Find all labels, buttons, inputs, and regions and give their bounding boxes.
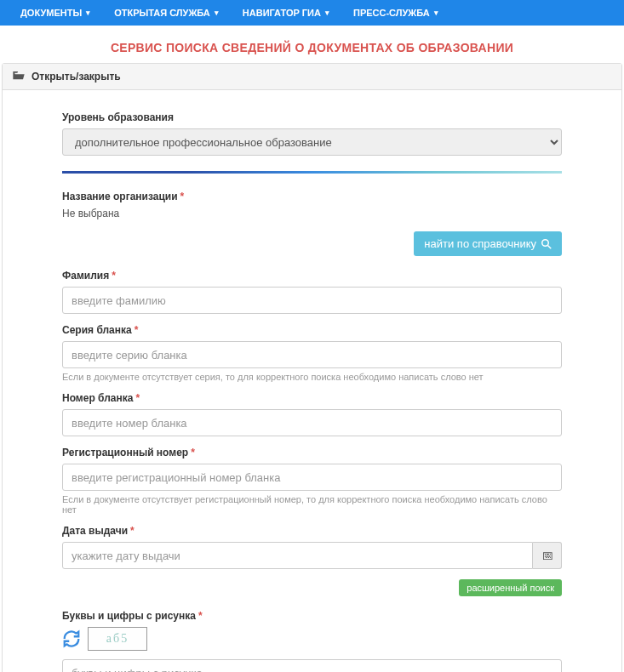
nav-label: НАВИГАТОР ГИА [243, 8, 321, 18]
organization-group: Название организации* Не выбрана найти п… [62, 191, 562, 256]
required-mark: * [191, 447, 195, 458]
reg-number-input[interactable] [62, 464, 562, 491]
organization-label: Название организации* [62, 191, 562, 202]
nav-label: ОТКРЫТАЯ СЛУЖБА [114, 8, 210, 18]
nav-label: ПРЕСС-СЛУЖБА [353, 8, 430, 18]
reg-number-label: Регистрационный номер* [62, 447, 562, 458]
blank-number-group: Номер бланка* [62, 392, 562, 436]
search-icon [541, 239, 552, 249]
folder-open-icon [13, 71, 25, 83]
chevron-down-icon: ▾ [434, 9, 438, 17]
advanced-search-button[interactable]: расширенный поиск [459, 579, 562, 596]
surname-input[interactable] [62, 287, 562, 314]
main-panel: Открыть/закрыть Уровень образования допо… [2, 63, 622, 672]
nav-item-documents[interactable]: ДОКУМЕНТЫ ▾ [9, 0, 102, 26]
required-mark: * [135, 324, 139, 336]
issue-date-input[interactable] [62, 542, 533, 569]
nav-item-navigator-gia[interactable]: НАВИГАТОР ГИА ▾ [231, 0, 341, 26]
panel-heading-text: Открыть/закрыть [31, 71, 121, 83]
captcha-input[interactable] [62, 659, 562, 672]
required-mark: * [112, 270, 116, 282]
svg-line-1 [548, 245, 552, 248]
chevron-down-icon: ▾ [215, 9, 219, 17]
svg-point-0 [542, 239, 549, 246]
nav-item-press-service[interactable]: ПРЕСС-СЛУЖБА ▾ [341, 0, 450, 26]
lookup-button[interactable]: найти по справочнику [414, 231, 562, 256]
calendar-icon: 📅︎ [541, 549, 553, 562]
lookup-button-label: найти по справочнику [424, 237, 536, 250]
captcha-group: Буквы и цифры с рисунка* аб5 [62, 610, 562, 672]
organization-not-selected: Не выбрана [62, 208, 562, 219]
issue-date-group: Дата выдачи* 📅︎ [62, 525, 562, 569]
reg-number-help: Если в документе отсутствует регистрацио… [62, 494, 562, 515]
blank-number-input[interactable] [62, 409, 562, 436]
required-mark: * [180, 191, 185, 202]
calendar-button[interactable]: 📅︎ [533, 542, 562, 569]
required-mark: * [135, 392, 140, 404]
blank-series-help: Если в документе отсутствует серия, то д… [62, 372, 562, 382]
nav-item-open-service[interactable]: ОТКРЫТАЯ СЛУЖБА ▾ [102, 0, 231, 26]
captcha-label: Буквы и цифры с рисунка* [62, 610, 562, 622]
panel-toggle[interactable]: Открыть/закрыть [3, 64, 621, 90]
education-level-select[interactable]: дополнительное профессиональное образова… [62, 128, 562, 156]
chevron-down-icon: ▾ [325, 9, 329, 17]
surname-label: Фамилия* [62, 270, 562, 282]
nav-label: ДОКУМЕНТЫ [20, 8, 82, 18]
required-mark: * [198, 610, 203, 622]
page-title: СЕРВИС ПОИСКА СВЕДЕНИЙ О ДОКУМЕНТАХ ОБ О… [0, 26, 624, 63]
issue-date-label: Дата выдачи* [62, 525, 562, 537]
education-level-group: Уровень образования дополнительное профе… [62, 111, 562, 156]
blank-number-label: Номер бланка* [62, 392, 562, 404]
blank-series-group: Серия бланка* Если в документе отсутству… [62, 324, 562, 382]
panel-body: Уровень образования дополнительное профе… [3, 90, 621, 672]
education-level-label: Уровень образования [62, 111, 562, 123]
gradient-separator [62, 171, 562, 174]
reg-number-group: Регистрационный номер* Если в документе … [62, 447, 562, 515]
blank-series-input[interactable] [62, 341, 562, 368]
chevron-down-icon: ▾ [86, 9, 90, 17]
captcha-image: аб5 [88, 627, 147, 651]
blank-series-label: Серия бланка* [62, 324, 562, 336]
refresh-icon[interactable] [62, 629, 81, 648]
navbar: ДОКУМЕНТЫ ▾ ОТКРЫТАЯ СЛУЖБА ▾ НАВИГАТОР … [0, 0, 624, 26]
surname-group: Фамилия* [62, 270, 562, 314]
required-mark: * [130, 525, 135, 537]
